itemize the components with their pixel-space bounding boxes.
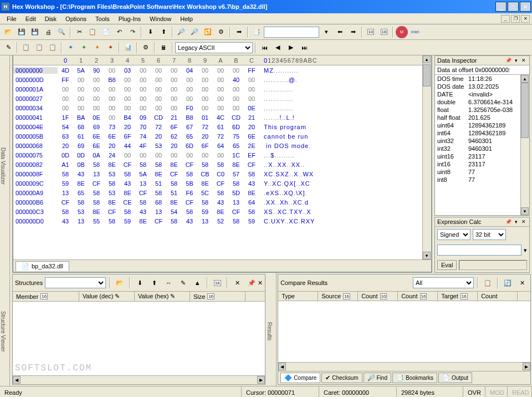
scroll-down-button[interactable]: ▼	[521, 207, 529, 215]
search-dropdown-button[interactable]: ▾	[320, 26, 332, 38]
struct-col[interactable]: Member 16	[13, 292, 79, 301]
nav-last-button[interactable]: ⏭	[298, 42, 310, 54]
tool-d-button[interactable]: 📑	[250, 26, 263, 38]
panel-close-button[interactable]: ✕	[520, 218, 527, 225]
struct-del-button[interactable]: ✕	[231, 277, 243, 289]
encoding-select[interactable]: Legacy ASCII	[175, 42, 253, 53]
struct-c-button[interactable]: ↔	[162, 277, 175, 289]
structure-viewer-tab[interactable]: Structure Viewer	[0, 273, 10, 386]
expr-dropdown-button[interactable]: ▾	[524, 247, 527, 254]
hex-row[interactable]: 000000A9136558538ECF5851F65C585D8E.eXS..…	[13, 188, 422, 197]
compare-col[interactable]: Type	[278, 292, 318, 301]
tool-a-button[interactable]: ⬇	[144, 26, 156, 38]
nav-next-button[interactable]: ▶	[285, 42, 297, 54]
inspector-row[interactable]: uint6412894362189	[435, 121, 529, 129]
nav-prev-button[interactable]: ◀	[272, 42, 284, 54]
hex-row[interactable]: 0000009C598ECF58431351585B8ECF5843Y..XC.…	[13, 179, 422, 188]
search-back-button[interactable]: ⬅	[334, 26, 346, 38]
copy-c-button[interactable]: 📋	[47, 42, 59, 54]
op-c-button[interactable]: ✦	[91, 42, 103, 54]
compare-col[interactable]: Source 16	[318, 292, 358, 301]
pin-icon[interactable]: 📌	[505, 218, 511, 225]
pin-icon[interactable]: 📌	[505, 57, 511, 64]
hex-row[interactable]: 000000D043135558598ECF584313525859C.UXY.…	[13, 216, 422, 226]
struct-open-button[interactable]: 📂	[114, 277, 126, 289]
scroll-thumb[interactable]	[423, 64, 431, 86]
expr-input[interactable]	[437, 245, 521, 256]
inspector-list[interactable]: DOS time11:18:26DOS date13.02.2025DATE<i…	[435, 75, 529, 215]
maximize-button[interactable]: □	[508, 2, 519, 12]
pin-icon[interactable]: 📌	[248, 279, 255, 287]
search-fwd-button[interactable]: ➡	[347, 26, 359, 38]
saveall-button[interactable]: 💾	[29, 26, 41, 38]
compare-filter-select[interactable]: All	[413, 277, 474, 288]
mdi-minimize-button[interactable]: _	[501, 15, 510, 23]
inspector-row[interactable]: uint877	[435, 168, 529, 176]
inspector-row[interactable]: int877	[435, 176, 529, 184]
hex-row[interactable]: 0000005B63616E6E6F742062652072756Ecannot…	[13, 131, 422, 141]
results-tab-checksum[interactable]: ✔ Checksum	[321, 373, 362, 383]
save-button[interactable]: 💾	[16, 26, 28, 38]
panel-close-button[interactable]: ✕	[258, 279, 263, 287]
op-b-button[interactable]: ✦	[78, 42, 90, 54]
cut-button[interactable]: ✂	[73, 26, 85, 38]
results-tab-compare[interactable]: 🔷 Compare	[280, 373, 320, 383]
compare-hscroll[interactable]: ◀▶	[278, 362, 530, 371]
data-visualizer-tab[interactable]: Data Visualizer	[0, 55, 10, 273]
inspector-row[interactable]: double6.3706614e-314	[435, 98, 529, 106]
hex-row[interactable]: 0000000DFF0000B8000000000000004000......…	[13, 75, 422, 84]
compare-col[interactable]: Count 16	[398, 292, 438, 301]
struct-hscroll[interactable]: ◀▶	[13, 375, 265, 384]
gear-button[interactable]: ⚙	[140, 42, 152, 54]
copy-hex-button[interactable]: 📋	[20, 42, 32, 54]
scroll-up-button[interactable]: ▲	[521, 75, 529, 83]
structures-body[interactable]: SOFTSLOT.COM	[13, 302, 265, 375]
redo-button[interactable]: ↷	[126, 26, 139, 38]
chart-button[interactable]: 📊	[122, 42, 134, 54]
eval-button[interactable]: Eval	[437, 260, 457, 270]
inspector-row[interactable]: uint329460301	[435, 137, 529, 145]
opt-dec-button[interactable]: 10	[365, 26, 377, 38]
tool-b-button[interactable]: ⬆	[157, 26, 170, 38]
struct-b-button[interactable]: ⬆	[148, 277, 160, 289]
op-a-button[interactable]: ✦	[64, 42, 76, 54]
file-tab[interactable]: 📄 bp_da32.dll	[16, 261, 69, 271]
hex-row[interactable]: 000000411FBA0E00B409CD21B8014CCD21......…	[13, 113, 422, 122]
struct-e-button[interactable]: ▲	[191, 277, 203, 289]
search-input[interactable]	[264, 27, 319, 38]
compare-clear-button[interactable]: ✕	[516, 277, 528, 289]
results-tab[interactable]: Results	[267, 273, 277, 386]
hex-editor[interactable]: 0123456789ABC 0123456789ABC 000000004D5A…	[12, 55, 432, 273]
opt-hex-button[interactable]: 16	[378, 26, 390, 38]
endian-moto-button[interactable]: M	[396, 26, 408, 38]
print-button[interactable]: 🖨	[42, 26, 54, 38]
expr-bits-select[interactable]: 32 bit	[473, 229, 506, 240]
close-button[interactable]: ✕	[520, 2, 531, 12]
panel-close-button[interactable]: ✕	[520, 57, 527, 64]
inspector-row[interactable]: half float201.625	[435, 114, 529, 121]
hex-row[interactable]: 0000002700000000000000000000000000......…	[13, 94, 422, 103]
hex-row[interactable]: 0000006820696E20444F53206D6F64652E in DO…	[13, 141, 422, 150]
hex-body[interactable]: 000000004D5A90000300000004000000FFMZ....…	[13, 65, 422, 259]
hex-vscroll[interactable]: ▲ ▼	[422, 55, 431, 259]
goto-button[interactable]: ➡	[233, 26, 245, 38]
struct-d-button[interactable]: ✎	[177, 277, 189, 289]
hex-row[interactable]: 000000750D0D0A24000000000000001CEF...$..…	[13, 150, 422, 160]
replace-button[interactable]: 🔁	[202, 26, 214, 38]
calc-button[interactable]: 🖩	[157, 42, 170, 54]
struct-col[interactable]: Value (hex) ✎	[135, 292, 190, 301]
struct-hex-button[interactable]: 16	[211, 277, 223, 289]
menu-tools[interactable]: Tools	[91, 14, 114, 23]
minimize-button[interactable]: _	[495, 2, 507, 12]
copy-text-button[interactable]: 📋	[33, 42, 45, 54]
hex-row[interactable]: 00000082A10B588ECF58588ECF58588ECF..X..X…	[13, 160, 422, 169]
hex-row[interactable]: 000000340000000000000000F00000000E......…	[13, 103, 422, 113]
results-tab-find[interactable]: 🔎 Find	[364, 373, 391, 383]
undo-button[interactable]: ↶	[113, 26, 125, 38]
mdi-restore-button[interactable]: ❐	[511, 15, 520, 23]
mdi-close-button[interactable]: ✕	[521, 15, 530, 23]
struct-col[interactable]: Size 16	[190, 292, 245, 301]
inspector-row[interactable]: int1623117	[435, 160, 529, 168]
structures-select[interactable]	[45, 277, 106, 288]
results-tab-bookmarks[interactable]: 📑 Bookmarks	[392, 373, 437, 383]
